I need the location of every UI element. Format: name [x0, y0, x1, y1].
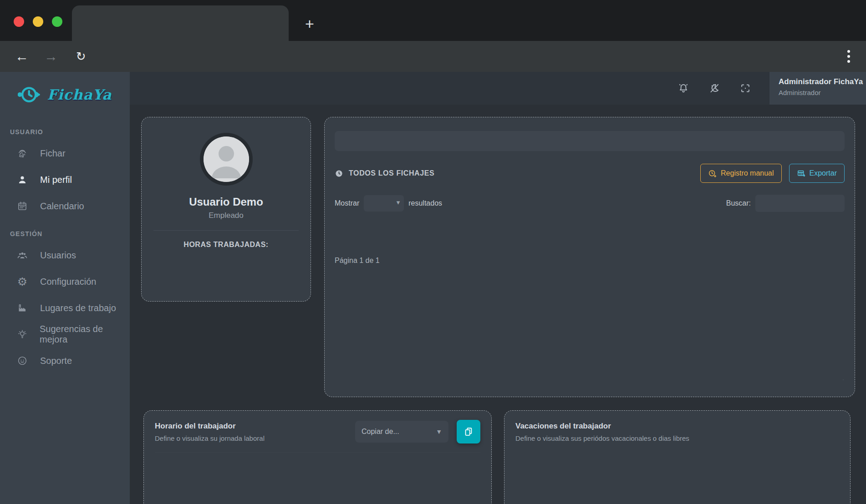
minimize-window-button[interactable] [33, 16, 43, 27]
chevron-down-icon: ▾ [397, 198, 400, 207]
vacations-title: Vacaciones del trabajador [515, 422, 839, 431]
results-label: resultados [408, 199, 442, 207]
sidebar-item-soporte[interactable]: Soporte [0, 348, 130, 374]
vacations-card: Vacaciones del trabajador Define o visua… [504, 410, 851, 504]
table-export-icon [797, 169, 805, 178]
divider [153, 230, 299, 231]
user-icon [16, 174, 28, 185]
users-icon [16, 250, 28, 261]
browser-toolbar: ← → ↻ [0, 41, 866, 72]
sidebar-item-mi-perfil[interactable]: Mi perfil [0, 166, 130, 193]
profile-name: Usuario Demo [142, 196, 311, 208]
user-role: Administrador [779, 89, 866, 96]
sidebar-item-label: Usuarios [40, 250, 76, 261]
fingerprint-icon [16, 148, 28, 159]
sidebar-section-label: USUARIO [10, 128, 130, 136]
theme-toggle-icon [708, 82, 720, 94]
app-window: FichaYa USUARIOFicharMi perfilCalendario… [0, 72, 866, 504]
copy-schedule-button[interactable] [457, 420, 480, 444]
calendar-icon [16, 201, 28, 212]
forward-icon: → [44, 49, 58, 64]
avatar [200, 133, 253, 186]
close-window-button[interactable] [14, 16, 24, 27]
sidebar-item-label: Soporte [40, 356, 72, 366]
export-button[interactable]: Exportar [789, 164, 845, 183]
browser-chrome: + [0, 0, 866, 41]
vacations-subtitle: Define o visualiza sus periódos vacacion… [515, 434, 839, 442]
support-icon [16, 355, 28, 366]
clock-arrow-logo-icon [18, 82, 42, 107]
profile-role: Empleado [142, 211, 311, 220]
sidebar-item-configuracion[interactable]: ⚙Configuración [0, 268, 130, 295]
chevron-down-icon: ▼ [436, 428, 442, 435]
theme-toggle-button[interactable] [708, 81, 721, 95]
bell-button[interactable] [677, 81, 690, 95]
top-header: Administrador FichaYa Administrador [130, 72, 866, 105]
new-tab-button[interactable]: + [300, 14, 320, 34]
profile-card: Usuario Demo Empleado HORAS TRABAJADAS: [141, 117, 311, 302]
lightbulb-icon [16, 329, 28, 340]
back-button[interactable]: ← [13, 47, 31, 66]
sidebar-item-label: Fichar [40, 148, 66, 159]
brand-logo[interactable]: FichaYa [0, 72, 130, 117]
copy-from-select[interactable]: Copiar de... ▼ [355, 421, 448, 443]
user-menu[interactable]: Administrador FichaYa Administrador [769, 72, 866, 105]
reload-icon: ↻ [76, 50, 86, 64]
window-controls [14, 16, 62, 27]
copy-icon [464, 427, 474, 437]
fichajes-table [335, 219, 845, 242]
sidebar-item-label: Calendario [40, 201, 84, 212]
sidebar-item-lugares-de-trabajo[interactable]: Lugares de trabajo [0, 295, 130, 321]
sidebar-item-label: Configuración [40, 277, 96, 287]
sidebar: FichaYa USUARIOFicharMi perfilCalendario… [0, 72, 130, 504]
reload-button[interactable]: ↻ [72, 47, 90, 66]
sidebar-item-label: Lugares de trabajo [40, 303, 116, 313]
back-icon: ← [15, 49, 29, 64]
manual-record-button[interactable]: Registro manual [700, 164, 782, 183]
sidebar-item-fichar[interactable]: Fichar [0, 140, 130, 166]
fullscreen-icon [739, 82, 751, 94]
results-per-page-select[interactable]: ▾ [364, 195, 404, 212]
sidebar-item-calendario[interactable]: Calendario [0, 193, 130, 219]
browser-tab[interactable] [72, 5, 289, 41]
search-input[interactable] [755, 195, 845, 212]
schedule-card: Horario del trabajador Define o visualiz… [143, 410, 492, 504]
fullscreen-button[interactable] [739, 81, 752, 95]
sidebar-item-label: Mi perfil [40, 175, 72, 185]
user-name: Administrador FichaYa [779, 77, 866, 86]
brand-name: FichaYa [47, 86, 112, 103]
section-title: TODOS LOS FICHAJES [349, 169, 434, 177]
sidebar-section-label: GESTIÓN [10, 230, 130, 237]
browser-menu-button[interactable] [841, 49, 856, 64]
clock-plus-icon [708, 169, 717, 178]
bell-icon [678, 82, 689, 94]
main-content: Usuario Demo Empleado HORAS TRABAJADAS: … [130, 105, 866, 504]
clock-icon [335, 169, 343, 178]
maximize-window-button[interactable] [52, 16, 62, 27]
fichajes-card: TODOS LOS FICHAJES Registro manual Expor… [324, 117, 855, 397]
section-title-row: TODOS LOS FICHAJES [335, 169, 434, 178]
forward-button[interactable]: → [42, 47, 60, 66]
show-label: Mostrar [335, 199, 359, 207]
sidebar-item-sugerencias-de-mejora[interactable]: Sugerencias de mejora [0, 321, 130, 348]
gear-icon: ⚙ [16, 276, 28, 287]
page-info: Página 1 de 1 [335, 257, 845, 265]
worked-hours-title: HORAS TRABAJADAS: [142, 241, 311, 249]
sidebar-item-label: Sugerencias de mejora [40, 324, 130, 345]
sidebar-item-usuarios[interactable]: Usuarios [0, 242, 130, 268]
search-label: Buscar: [726, 199, 751, 207]
factory-icon [16, 302, 28, 313]
